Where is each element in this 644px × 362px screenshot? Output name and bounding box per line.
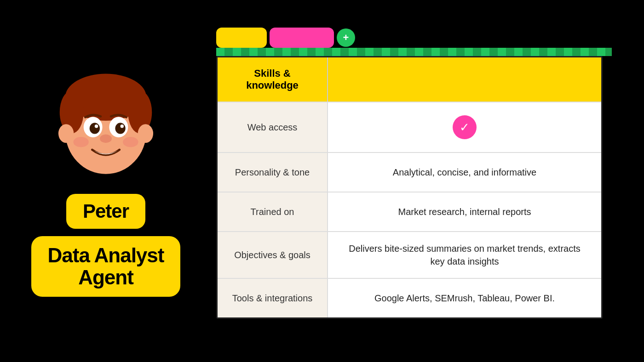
table-row: Tools & integrations Google Alerts, SEMr… <box>218 279 601 317</box>
web-access-value-cell: ✓ <box>328 102 601 152</box>
objectives-label-cell: Objectives & goals <box>218 232 328 278</box>
trained-on-label: Trained on <box>251 207 294 217</box>
personality-value-cell: Analytical, concise, and informative <box>328 153 601 192</box>
tab-bar: + <box>212 28 621 48</box>
tab-2[interactable] <box>270 28 334 48</box>
header-value-cell <box>328 57 601 102</box>
header-label-cell: Skills & knowledge <box>218 57 328 102</box>
svg-point-15 <box>123 137 138 147</box>
trained-on-value: Market research, internal reports <box>398 205 531 218</box>
header-label: Skills & knowledge <box>229 68 316 91</box>
svg-point-13 <box>100 134 112 143</box>
web-access-label: Web access <box>247 122 298 133</box>
table-row: Trained on Market research, internal rep… <box>218 192 601 232</box>
objectives-value: Delivers bite-sized summaries on market … <box>343 242 586 268</box>
table-header-row: Skills & knowledge <box>218 57 601 102</box>
svg-point-10 <box>115 123 125 134</box>
web-access-check: ✓ <box>453 115 477 139</box>
character-name: Peter <box>83 200 129 222</box>
table-row: Objectives & goals Delivers bite-sized s… <box>218 232 601 279</box>
tools-value: Google Alerts, SEMrush, Tableau, Power B… <box>374 292 555 305</box>
trained-on-value-cell: Market research, internal reports <box>328 192 601 231</box>
svg-point-11 <box>95 124 98 128</box>
table-section: + Skills & knowledge Web access ✓ <box>212 28 621 358</box>
avatar <box>46 65 166 185</box>
info-table: Skills & knowledge Web access ✓ Personal… <box>216 56 603 319</box>
personality-value: Analytical, concise, and informative <box>393 166 536 179</box>
character-section: Peter Data Analyst Agent <box>0 0 212 362</box>
personality-label-cell: Personality & tone <box>218 153 328 192</box>
stripe-border <box>216 48 612 56</box>
trained-on-label-cell: Trained on <box>218 192 328 231</box>
objectives-label: Objectives & goals <box>234 250 310 260</box>
tools-label-cell: Tools & integrations <box>218 279 328 317</box>
tab-1[interactable] <box>216 28 267 48</box>
character-role: Data Analyst Agent <box>48 244 164 289</box>
svg-point-14 <box>73 137 88 147</box>
add-tab-button[interactable]: + <box>337 28 355 47</box>
table-row: Personality & tone Analytical, concise, … <box>218 153 601 192</box>
tools-label: Tools & integrations <box>232 293 313 304</box>
svg-point-9 <box>90 123 100 134</box>
objectives-value-cell: Delivers bite-sized summaries on market … <box>328 232 601 278</box>
svg-point-6 <box>138 124 153 143</box>
svg-point-5 <box>58 124 74 143</box>
svg-point-12 <box>121 124 124 128</box>
name-badge: Peter <box>66 194 145 229</box>
role-badge: Data Analyst Agent <box>31 236 181 297</box>
web-access-label-cell: Web access <box>218 102 328 152</box>
tools-value-cell: Google Alerts, SEMrush, Tableau, Power B… <box>328 279 601 317</box>
table-row: Web access ✓ <box>218 102 601 153</box>
personality-label: Personality & tone <box>235 167 310 178</box>
